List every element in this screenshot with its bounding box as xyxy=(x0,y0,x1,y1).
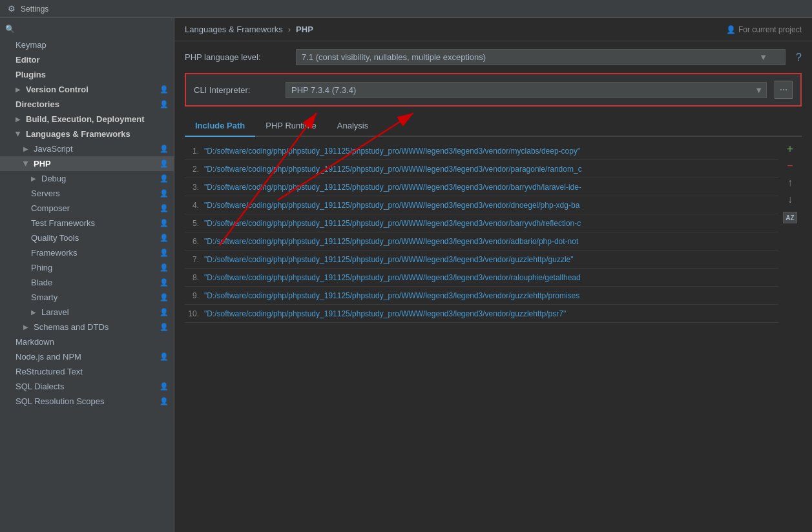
user-icon-phing: 👤 xyxy=(160,263,169,272)
search-icon: 🔍 xyxy=(5,25,15,34)
path-num-2: 2. xyxy=(185,165,204,174)
sidebar-item-nodejs-npm[interactable]: Node.js and NPM 👤 xyxy=(0,349,174,364)
php-level-wrapper: 7.1 (const visibility, nullables, multip… xyxy=(296,49,786,65)
sidebar: 🔍 Keymap Editor Plugins ▶ Version Contro… xyxy=(0,18,174,532)
sidebar-item-debug[interactable]: ▶ Debug 👤 xyxy=(0,171,174,186)
sidebar-item-restructured-text[interactable]: ReStructured Text xyxy=(0,364,174,379)
php-level-value[interactable]: 7.1 (const visibility, nullables, multip… xyxy=(296,49,786,65)
sort-button[interactable]: AZ xyxy=(783,212,797,223)
cli-value[interactable]: PHP 7.3.4 (7.3.4) xyxy=(286,82,767,98)
path-num-5: 5. xyxy=(185,219,204,228)
path-row-2[interactable]: 2. "D:/software/coding/php/phpstudy_1911… xyxy=(185,160,778,178)
cli-edit-button[interactable]: ⋯ xyxy=(775,81,793,99)
path-row-9[interactable]: 9. "D:/software/coding/php/phpstudy_1911… xyxy=(185,287,778,305)
path-row-3[interactable]: 3. "D:/software/coding/php/phpstudy_1911… xyxy=(185,178,778,196)
user-icon-schemas: 👤 xyxy=(160,323,169,331)
sidebar-item-directories[interactable]: Directories 👤 xyxy=(0,97,174,112)
path-text-1: "D:/software/coding/php/phpstudy_191125/… xyxy=(204,147,778,156)
arrow-version-control: ▶ xyxy=(16,86,21,93)
path-text-4: "D:/software/coding/php/phpstudy_191125/… xyxy=(204,201,778,210)
sidebar-item-version-control[interactable]: ▶ Version Control 👤 xyxy=(0,82,174,97)
sidebar-item-quality-tools[interactable]: Quality Tools 👤 xyxy=(0,230,174,245)
path-row-1[interactable]: 1. "D:/software/coding/php/phpstudy_1911… xyxy=(185,142,778,160)
php-help-icon[interactable]: ? xyxy=(796,52,802,63)
user-icon-frameworks: 👤 xyxy=(160,249,169,257)
path-num-4: 4. xyxy=(185,201,204,210)
project-user-icon: 👤 xyxy=(726,25,736,34)
path-num-3: 3. xyxy=(185,183,204,192)
sidebar-item-test-frameworks[interactable]: Test Frameworks 👤 xyxy=(0,216,174,230)
sidebar-item-schemas-dtds[interactable]: ▶ Schemas and DTDs 👤 xyxy=(0,320,174,334)
path-row-5[interactable]: 5. "D:/software/coding/php/phpstudy_1911… xyxy=(185,214,778,232)
cli-interpreter-box: CLI Interpreter: PHP 7.3.4 (7.3.4) ▼ ⋯ xyxy=(185,73,802,107)
sidebar-label-composer: Composer xyxy=(31,203,70,213)
side-actions: + − ↑ ↓ AZ xyxy=(778,137,802,323)
sidebar-item-editor[interactable]: Editor xyxy=(0,52,174,67)
move-down-button[interactable]: ↓ xyxy=(783,192,797,207)
sidebar-item-languages-frameworks[interactable]: ▶ Languages & Frameworks xyxy=(0,127,174,141)
sidebar-label-markdown: Markdown xyxy=(16,337,54,347)
sidebar-label-smarty: Smarty xyxy=(31,292,57,302)
sidebar-item-servers[interactable]: Servers 👤 xyxy=(0,186,174,201)
sidebar-item-build-exec[interactable]: ▶ Build, Execution, Deployment xyxy=(0,112,174,127)
sidebar-item-phing[interactable]: Phing 👤 xyxy=(0,260,174,275)
path-text-9: "D:/software/coding/php/phpstudy_191125/… xyxy=(204,291,778,300)
sidebar-item-laravel[interactable]: ▶ Laravel 👤 xyxy=(0,305,174,320)
sidebar-item-php[interactable]: ▶ PHP 👤 xyxy=(0,156,174,171)
user-icon-version-control: 👤 xyxy=(160,85,169,94)
sidebar-label-laravel: Laravel xyxy=(41,307,69,317)
user-icon-smarty: 👤 xyxy=(160,293,169,302)
sidebar-item-plugins[interactable]: Plugins xyxy=(0,67,174,82)
sidebar-label-schemas-dtds: Schemas and DTDs xyxy=(34,322,109,332)
sidebar-label-debug: Debug xyxy=(41,174,66,183)
php-level-label: PHP language level: xyxy=(185,52,288,62)
sidebar-item-blade[interactable]: Blade 👤 xyxy=(0,275,174,290)
sidebar-item-frameworks[interactable]: Frameworks 👤 xyxy=(0,245,174,260)
path-num-8: 8. xyxy=(185,273,204,282)
move-up-button[interactable]: ↑ xyxy=(783,176,797,190)
breadcrumb: Languages & Frameworks › PHP 👤 For curre… xyxy=(174,18,812,41)
arrow-php: ▶ xyxy=(23,161,30,167)
path-list-area: 1. "D:/software/coding/php/phpstudy_1911… xyxy=(185,137,778,323)
sidebar-item-keymap[interactable]: Keymap xyxy=(0,37,174,52)
path-row-10[interactable]: 10. "D:/software/coding/php/phpstudy_191… xyxy=(185,305,778,323)
sidebar-item-composer[interactable]: Composer 👤 xyxy=(0,201,174,216)
project-label: For current project xyxy=(738,25,802,34)
sidebar-label-test-frameworks: Test Frameworks xyxy=(31,218,95,228)
sidebar-item-sql-dialects[interactable]: SQL Dialects 👤 xyxy=(0,379,174,394)
sidebar-item-sql-resolution-scopes[interactable]: SQL Resolution Scopes 👤 xyxy=(0,394,174,409)
user-icon-nodejs: 👤 xyxy=(160,353,169,361)
breadcrumb-project: 👤 For current project xyxy=(726,25,802,34)
sidebar-item-markdown[interactable]: Markdown xyxy=(0,334,174,349)
sidebar-item-javascript[interactable]: ▶ JavaScript 👤 xyxy=(0,141,174,156)
content-area: Languages & Frameworks › PHP 👤 For curre… xyxy=(174,18,812,532)
path-row-7[interactable]: 7. "D:/software/coding/php/phpstudy_1911… xyxy=(185,251,778,269)
path-row-8[interactable]: 8. "D:/software/coding/php/phpstudy_1911… xyxy=(185,269,778,287)
user-icon-quality-tools: 👤 xyxy=(160,234,169,242)
sidebar-label-blade: Blade xyxy=(31,278,52,287)
breadcrumb-parent: Languages & Frameworks xyxy=(185,25,283,34)
sidebar-label-frameworks: Frameworks xyxy=(31,248,78,258)
sidebar-label-php: PHP xyxy=(34,159,51,169)
tab-analysis[interactable]: Analysis xyxy=(327,116,379,137)
sidebar-label-version-control: Version Control xyxy=(26,85,88,94)
add-path-button[interactable]: + xyxy=(783,142,797,156)
sidebar-label-directories: Directories xyxy=(16,99,59,109)
user-icon-sql-resolution: 👤 xyxy=(160,397,169,405)
breadcrumb-separator: › xyxy=(288,25,291,34)
tab-php-runtime[interactable]: PHP Runtime xyxy=(255,116,327,137)
title-bar-text: Settings xyxy=(21,5,48,14)
path-row-4[interactable]: 4. "D:/software/coding/php/phpstudy_1911… xyxy=(185,196,778,214)
breadcrumb-current: PHP xyxy=(296,25,313,34)
path-row-6[interactable]: 6. "D:/software/coding/php/phpstudy_1911… xyxy=(185,232,778,251)
tab-include-path[interactable]: Include Path xyxy=(185,116,255,137)
main-container: 🔍 Keymap Editor Plugins ▶ Version Contro… xyxy=(0,18,812,532)
settings-icon: ⚙ xyxy=(6,4,17,14)
title-bar: ⚙ Settings xyxy=(0,0,812,18)
arrow-build-exec: ▶ xyxy=(16,116,21,123)
path-text-2: "D:/software/coding/php/phpstudy_191125/… xyxy=(204,165,778,174)
sidebar-item-smarty[interactable]: Smarty 👤 xyxy=(0,290,174,305)
sidebar-label-plugins: Plugins xyxy=(16,70,46,79)
settings-content: PHP language level: 7.1 (const visibilit… xyxy=(174,41,812,532)
remove-path-button[interactable]: − xyxy=(783,159,797,173)
